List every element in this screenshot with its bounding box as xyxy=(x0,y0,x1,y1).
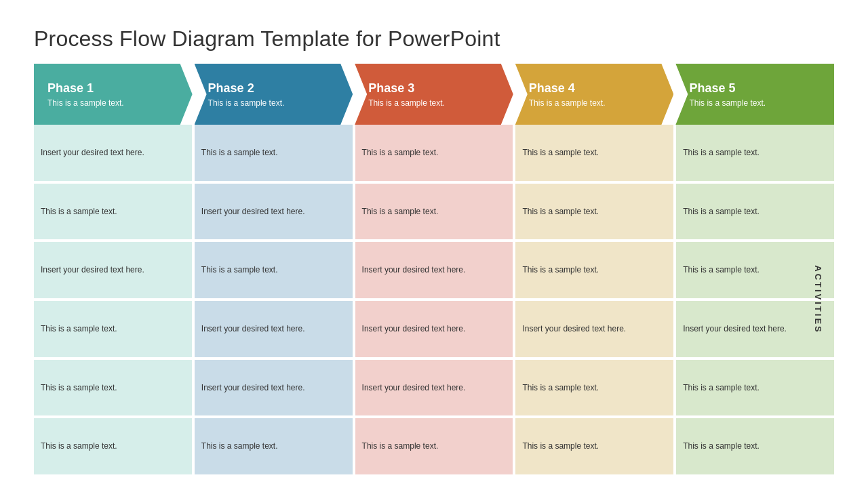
grid-cell[interactable]: This is a sample text. xyxy=(195,242,353,298)
grid-cell[interactable]: Insert your desired text here. xyxy=(676,301,834,357)
phase-3-subtitle: This is a sample text. xyxy=(368,98,504,108)
grid-cell[interactable]: This is a sample text. xyxy=(34,301,192,357)
grid-cell[interactable]: Insert your desired text here. xyxy=(355,301,513,357)
grid-cell[interactable]: This is a sample text. xyxy=(515,418,673,474)
grid-cell[interactable]: Insert your desired text here. xyxy=(515,301,673,357)
grid-cell[interactable]: Insert your desired text here. xyxy=(195,360,353,416)
grid-col-3: This is a sample text.This is a sample t… xyxy=(355,125,513,474)
phase-1-title: Phase 1 xyxy=(47,81,183,96)
grid-cell[interactable]: This is a sample text. xyxy=(515,242,673,298)
grid-cell[interactable]: This is a sample text. xyxy=(676,184,834,240)
phase-3: Phase 3This is a sample text. xyxy=(355,64,513,125)
grid-cell[interactable]: This is a sample text. xyxy=(676,125,834,181)
page-title: Process Flow Diagram Template for PowerP… xyxy=(34,26,834,52)
grid-cell[interactable]: This is a sample text. xyxy=(34,360,192,416)
grid-cell[interactable]: This is a sample text. xyxy=(676,242,834,298)
grid-cell[interactable]: Insert your desired text here. xyxy=(34,125,192,181)
grid-container: Insert your desired text here.This is a … xyxy=(34,125,834,474)
grid-cell[interactable]: This is a sample text. xyxy=(195,418,353,474)
grid-cell[interactable]: This is a sample text. xyxy=(515,184,673,240)
grid-cell[interactable]: Insert your desired text here. xyxy=(195,301,353,357)
phase-1: Phase 1This is a sample text. xyxy=(34,64,193,125)
grid-col-4: This is a sample text.This is a sample t… xyxy=(515,125,673,474)
phase-4-title: Phase 4 xyxy=(529,81,665,96)
phases-header: Phase 1This is a sample text.Phase 2This… xyxy=(34,64,834,125)
grid-section: Insert your desired text here.This is a … xyxy=(34,125,834,474)
phase-4: Phase 4This is a sample text. xyxy=(515,64,674,125)
grid-cell[interactable]: This is a sample text. xyxy=(34,184,192,240)
slide: Process Flow Diagram Template for PowerP… xyxy=(14,10,854,478)
activities-label: ACTIVITIES xyxy=(814,265,824,334)
phase-5-subtitle: This is a sample text. xyxy=(689,98,825,108)
grid-cell[interactable]: This is a sample text. xyxy=(676,360,834,416)
grid-cell[interactable]: This is a sample text. xyxy=(355,184,513,240)
grid-col-2: This is a sample text.Insert your desire… xyxy=(195,125,353,474)
grid-col-5: This is a sample text.This is a sample t… xyxy=(676,125,834,474)
grid-cell[interactable]: Insert your desired text here. xyxy=(355,360,513,416)
grid-cell[interactable]: This is a sample text. xyxy=(515,125,673,181)
phase-1-subtitle: This is a sample text. xyxy=(47,98,183,108)
grid-cell[interactable]: Insert your desired text here. xyxy=(195,184,353,240)
grid-col-1: Insert your desired text here.This is a … xyxy=(34,125,192,474)
grid-cell[interactable]: Insert your desired text here. xyxy=(355,242,513,298)
grid-cell[interactable]: This is a sample text. xyxy=(676,418,834,474)
grid-cell[interactable]: This is a sample text. xyxy=(195,125,353,181)
grid-cell[interactable]: Insert your desired text here. xyxy=(34,242,192,298)
phase-2-subtitle: This is a sample text. xyxy=(208,98,344,108)
phase-2: Phase 2This is a sample text. xyxy=(195,64,353,125)
grid-cell[interactable]: This is a sample text. xyxy=(355,125,513,181)
phase-3-title: Phase 3 xyxy=(368,81,504,96)
grid-cell[interactable]: This is a sample text. xyxy=(34,418,192,474)
phase-2-title: Phase 2 xyxy=(208,81,344,96)
phase-4-subtitle: This is a sample text. xyxy=(529,98,665,108)
phase-5: Phase 5This is a sample text. xyxy=(675,64,834,125)
grid-cell[interactable]: This is a sample text. xyxy=(355,418,513,474)
grid-cell[interactable]: This is a sample text. xyxy=(515,360,673,416)
phase-5-title: Phase 5 xyxy=(689,81,825,96)
